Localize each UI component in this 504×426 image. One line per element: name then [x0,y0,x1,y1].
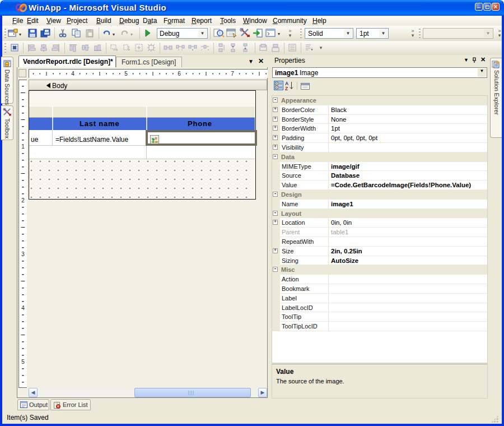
svg-text:Z: Z [285,86,288,91]
svg-text:2: 2 [21,197,25,203]
svg-text:6: 6 [178,71,181,77]
svg-text:1: 1 [21,143,25,150]
svg-text:4: 4 [21,305,25,311]
svg-text:4: 4 [71,71,74,77]
svg-text:3: 3 [21,251,25,257]
svg-text:5: 5 [21,359,25,365]
svg-text:7: 7 [231,71,234,77]
svg-text:5: 5 [124,71,128,77]
